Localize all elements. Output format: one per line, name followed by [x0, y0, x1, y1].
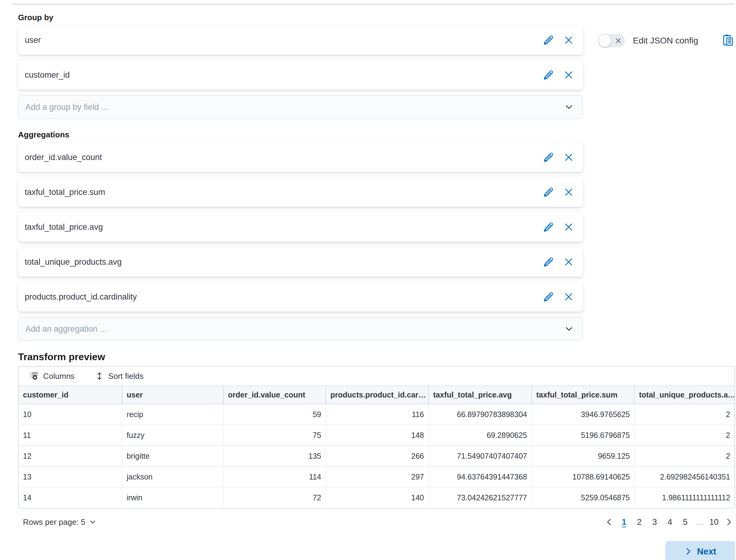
- aggregation-item: taxful_total_price.sum: [18, 177, 583, 207]
- table-row: 11fuzzy7514869.28906255196.67968752: [19, 425, 734, 446]
- pencil-icon: [544, 35, 553, 45]
- pencil-icon: [544, 292, 553, 302]
- table-cell: jackson: [122, 466, 223, 487]
- table-cell: 10788.69140625: [532, 466, 634, 487]
- edit-aggregation-button[interactable]: [542, 151, 555, 163]
- columns-list-add-icon: [30, 371, 39, 381]
- copy-to-clipboard-button[interactable]: [722, 34, 734, 47]
- remove-aggregation-button[interactable]: [562, 151, 575, 163]
- aggregation-item-actions: [542, 151, 575, 163]
- cross-icon: [564, 292, 573, 302]
- add-group-by-select[interactable]: Add a group by field ...: [18, 95, 583, 119]
- aggregation-item-actions: [542, 291, 575, 303]
- table-cell: 94.63764391447368: [428, 466, 532, 487]
- chevron-left-icon: [605, 518, 613, 526]
- aggregation-item-actions: [542, 186, 575, 198]
- chevron-down-icon: [89, 518, 96, 526]
- pagination: 12345…10: [603, 515, 735, 529]
- group-by-item-label: customer_id: [25, 70, 70, 80]
- cross-icon: [564, 222, 573, 232]
- add-group-by-placeholder: Add a group by field ...: [25, 103, 108, 112]
- pencil-icon: [544, 70, 553, 80]
- table-cell: 5259.0546875: [532, 487, 634, 508]
- next-page-button[interactable]: [723, 515, 735, 529]
- table-cell: 114: [223, 466, 326, 487]
- table-cell: 75: [223, 425, 326, 446]
- pivot-config-column: Group by usercustomer_id Add a group by …: [18, 0, 583, 341]
- preview-table-panel: Columns Sort fields customer_iduserorder…: [18, 366, 735, 509]
- table-cell: 135: [223, 446, 326, 466]
- previous-page-button[interactable]: [603, 515, 615, 529]
- edit-aggregation-button[interactable]: [542, 186, 555, 198]
- table-cell: 72: [223, 487, 326, 508]
- column-header[interactable]: total_unique_products.a…: [634, 386, 734, 404]
- preview-table: customer_iduserorder_id.value_countprodu…: [19, 386, 734, 508]
- remove-group-by-button[interactable]: [562, 34, 575, 46]
- edit-aggregation-button[interactable]: [542, 291, 555, 303]
- sort-fields-button-label: Sort fields: [108, 371, 144, 381]
- chevron-right-icon: [725, 518, 733, 526]
- column-header[interactable]: taxful_total_price.sum: [532, 386, 634, 404]
- aggregation-item-label: taxful_total_price.avg: [25, 222, 103, 232]
- column-header[interactable]: taxful_total_price.avg: [428, 386, 532, 404]
- chevron-right-icon: [684, 547, 692, 555]
- chevron-down-icon: [564, 324, 573, 334]
- aggregation-item-label: total_unique_products.avg: [25, 257, 122, 267]
- rows-per-page-button[interactable]: Rows per page: 5: [23, 517, 96, 527]
- table-cell: 73.04242621527777: [428, 487, 532, 508]
- cross-icon: [564, 152, 573, 162]
- group-by-item-label: user: [25, 35, 41, 45]
- edit-group-by-button[interactable]: [542, 34, 555, 46]
- table-cell: 266: [326, 446, 428, 466]
- aggregation-item-label: products.product_id.cardinality: [25, 292, 137, 302]
- page-2-button[interactable]: 2: [633, 515, 646, 529]
- aggregation-item-label: order_id.value_count: [25, 153, 102, 162]
- table-cell: 69.2890625: [428, 425, 532, 446]
- edit-aggregation-button[interactable]: [542, 221, 555, 233]
- add-aggregation-select[interactable]: Add an aggregation ...: [18, 317, 583, 341]
- table-cell: 2.692982456140351: [634, 466, 734, 487]
- column-header[interactable]: products.product_id.car…: [326, 386, 428, 404]
- table-cell: 5196.6796875: [532, 425, 634, 446]
- table-cell: 148: [326, 425, 428, 446]
- pagination-ellipsis: …: [694, 517, 705, 527]
- page-10-button[interactable]: 10: [708, 515, 720, 529]
- pencil-icon: [544, 152, 553, 162]
- table-cell: 11: [19, 425, 122, 446]
- table-cell: 9659.125: [532, 446, 634, 466]
- edit-group-by-button[interactable]: [542, 69, 555, 81]
- sort-fields-button[interactable]: Sort fields: [95, 371, 144, 381]
- column-header[interactable]: user: [122, 386, 223, 404]
- page-1-button[interactable]: 1: [618, 515, 630, 529]
- table-row: 14irwin7214073.042426215277775259.054687…: [19, 487, 734, 508]
- edit-aggregation-button[interactable]: [542, 256, 555, 268]
- table-row: 10recip5911666.897907838983043946.976562…: [19, 404, 734, 425]
- page-3-button[interactable]: 3: [648, 515, 661, 529]
- table-cell: 71.54907407407407: [428, 446, 532, 466]
- table-row: 13jackson11429794.6376439144736810788.69…: [19, 466, 734, 487]
- next-button[interactable]: Next: [665, 541, 735, 560]
- table-cell: 2: [634, 404, 734, 425]
- sort-arrows-icon: [95, 371, 104, 381]
- next-button-row: Next: [18, 541, 735, 560]
- remove-aggregation-button[interactable]: [562, 221, 575, 233]
- column-header[interactable]: order_id.value_count: [223, 386, 326, 404]
- chevron-down-icon: [564, 103, 573, 112]
- toggle-off-icon: [615, 37, 622, 44]
- remove-aggregation-button[interactable]: [562, 291, 575, 303]
- page-5-button[interactable]: 5: [679, 515, 692, 529]
- edit-json-toggle[interactable]: [598, 34, 625, 47]
- page-4-button[interactable]: 4: [663, 515, 676, 529]
- columns-button[interactable]: Columns: [30, 371, 75, 381]
- table-cell: 14: [19, 487, 122, 508]
- edit-json-label: Edit JSON config: [633, 36, 698, 46]
- remove-aggregation-button[interactable]: [562, 186, 575, 198]
- group-by-label: Group by: [18, 13, 583, 22]
- group-by-item: customer_id: [18, 60, 583, 90]
- table-cell: 3946.9765625: [532, 404, 634, 425]
- remove-aggregation-button[interactable]: [562, 256, 575, 268]
- table-cell: recip: [122, 404, 223, 425]
- remove-group-by-button[interactable]: [562, 69, 575, 81]
- clipboard-icon: [722, 34, 734, 47]
- column-header[interactable]: customer_id: [19, 386, 122, 404]
